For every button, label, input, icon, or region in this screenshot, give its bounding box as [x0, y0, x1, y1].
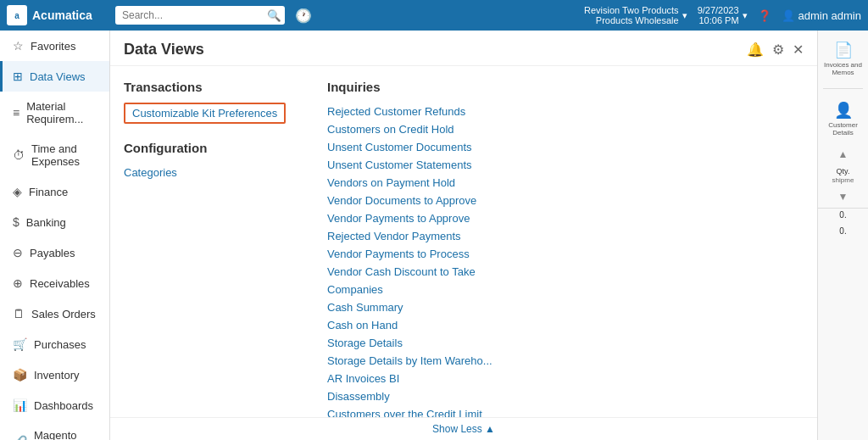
customer-label: CustomerDetails: [828, 121, 858, 136]
sidebar-item-receivables[interactable]: ⊕ Receivables: [0, 268, 109, 298]
revision-line1: Revision Two Products: [584, 5, 679, 15]
invoices-icon: 📄: [834, 41, 853, 59]
show-less-label: Show Less ▲: [432, 423, 495, 435]
inquiries-heading: Inquiries: [327, 80, 497, 94]
top-header: a Acumatica 🔍 🕐 Revision Two Products Pr…: [0, 0, 868, 31]
material-icon: ≡: [13, 106, 19, 120]
vendor-payments-approve-link[interactable]: Vendor Payments to Approve: [327, 209, 497, 227]
rejected-customer-refunds-link[interactable]: Rejected Customer Refunds: [327, 103, 497, 120]
cash-summary-link[interactable]: Cash Summary: [327, 298, 497, 316]
header-right: Revision Two Products Products Wholesale…: [584, 5, 861, 25]
search-input[interactable]: [115, 6, 285, 25]
payables-icon: ⊖: [13, 246, 23, 259]
purchases-icon: 🛒: [13, 337, 27, 351]
acumatica-logo-icon: a: [7, 5, 27, 25]
time-icon: ⏱: [13, 148, 25, 162]
companies-link[interactable]: Companies: [327, 281, 497, 298]
sidebar-item-finance[interactable]: ◈ Finance: [0, 176, 109, 207]
categories-link[interactable]: Categories: [124, 164, 293, 181]
date: 9/27/2023: [698, 5, 739, 15]
configuration-heading: Configuration: [124, 141, 293, 155]
sidebar-item-time-expenses[interactable]: ⏱ Time and Expenses: [0, 134, 109, 176]
invoices-memos-item[interactable]: 📄 Invoices andMemos: [818, 34, 868, 83]
dashboards-icon: 📊: [13, 398, 27, 412]
invoices-label: Invoices andMemos: [824, 61, 862, 76]
disassembly-link[interactable]: Disassembly: [327, 387, 497, 405]
storage-details-link[interactable]: Storage Details: [327, 334, 497, 352]
gear-button[interactable]: ⚙: [772, 42, 784, 58]
customer-details-item[interactable]: 👤 CustomerDetails: [818, 94, 868, 143]
inquiries-column: Inquiries Rejected Customer Refunds Cust…: [327, 80, 497, 420]
panel-body: Transactions Customizable Kit Preference…: [110, 66, 817, 433]
right-panel-divider-1: [823, 88, 863, 89]
sidebar-label-sales-orders: Sales Orders: [31, 308, 96, 320]
clock-icon[interactable]: 🕐: [292, 4, 315, 27]
sidebar-item-magento[interactable]: 🔗 Magento Connector: [0, 421, 109, 440]
customizable-kit-link[interactable]: Customizable Kit Preferences: [124, 103, 286, 124]
vendor-payments-process-link[interactable]: Vendor Payments to Process: [327, 245, 497, 263]
rejected-vendor-payments-link[interactable]: Rejected Vendor Payments: [327, 227, 497, 245]
content-area: Data Views 🔔 ⚙ ✕ Transactions Customizab…: [110, 31, 817, 440]
data-views-icon: ⊞: [13, 70, 23, 83]
user-button[interactable]: 👤 admin admin: [782, 9, 861, 22]
value-row-2: 0.: [818, 225, 868, 237]
receivables-icon: ⊕: [13, 276, 23, 290]
logo-text[interactable]: Acumatica: [32, 8, 92, 22]
revision-info[interactable]: Revision Two Products Products Wholesale…: [584, 5, 687, 25]
sidebar-label-receivables: Receivables: [30, 277, 90, 290]
transactions-heading: Transactions: [124, 80, 293, 94]
sidebar-label-data-views: Data Views: [30, 70, 86, 83]
sidebar-label-material: Material Requirem...: [26, 100, 99, 125]
cash-on-hand-link[interactable]: Cash on Hand: [327, 316, 497, 334]
bell-button[interactable]: 🔔: [747, 42, 764, 58]
finance-icon: ◈: [13, 185, 22, 198]
sidebar-item-material[interactable]: ≡ Material Requirem...: [0, 92, 109, 134]
sidebar-label-dashboards: Dashboards: [34, 399, 93, 412]
magento-icon: 🔗: [13, 435, 27, 440]
sales-orders-icon: 🗒: [13, 307, 25, 320]
sidebar-item-purchases[interactable]: 🛒 Purchases: [0, 329, 109, 359]
user-label: admin admin: [798, 9, 861, 22]
storage-details-item-link[interactable]: Storage Details by Item Wareho...: [327, 352, 497, 370]
right-scroll-down-button[interactable]: ▼: [818, 189, 868, 204]
vendors-payment-hold-link[interactable]: Vendors on Payment Hold: [327, 174, 497, 192]
revision-line2: Products Wholesale: [584, 15, 679, 25]
sidebar-item-favorites[interactable]: ☆ Favorites: [0, 31, 109, 61]
help-button[interactable]: ❓: [758, 9, 771, 22]
sidebar-item-sales-orders[interactable]: 🗒 Sales Orders: [0, 298, 109, 329]
sidebar-label-purchases: Purchases: [34, 338, 86, 351]
unsent-customer-stmts-link[interactable]: Unsent Customer Statements: [327, 156, 497, 174]
sidebar-label-magento: Magento Connector: [34, 429, 99, 440]
sidebar-item-data-views[interactable]: ⊞ Data Views: [0, 61, 109, 92]
datetime-info[interactable]: 9/27/2023 10:06 PM ▾: [698, 5, 748, 25]
right-scroll-up-button[interactable]: ▲: [818, 147, 868, 162]
sidebar: ☆ Favorites ⊞ Data Views ≡ Material Requ…: [0, 31, 110, 440]
revision-chevron: ▾: [682, 10, 687, 21]
customers-credit-hold-link[interactable]: Customers on Credit Hold: [327, 120, 497, 138]
transactions-column: Transactions Customizable Kit Preference…: [124, 80, 293, 420]
panel-title: Data Views: [124, 41, 204, 58]
qty-label: Qty.shipme: [818, 165, 868, 186]
search-button[interactable]: 🔍: [267, 9, 281, 22]
sidebar-label-favorites: Favorites: [31, 40, 75, 53]
inventory-icon: 📦: [13, 368, 27, 382]
user-avatar-icon: 👤: [782, 9, 795, 22]
sidebar-item-inventory[interactable]: 📦 Inventory: [0, 359, 109, 390]
panel-header: Data Views 🔔 ⚙ ✕: [110, 31, 817, 66]
sidebar-label-finance: Finance: [29, 186, 68, 198]
datetime-chevron: ▾: [743, 10, 748, 21]
close-button[interactable]: ✕: [793, 42, 804, 58]
ar-invoices-bi-link[interactable]: AR Invoices BI: [327, 370, 497, 387]
sidebar-item-payables[interactable]: ⊖ Payables: [0, 237, 109, 268]
sidebar-item-banking[interactable]: $ Banking: [0, 207, 109, 237]
sidebar-item-dashboards[interactable]: 📊 Dashboards: [0, 390, 109, 421]
configuration-section: Configuration Categories: [124, 141, 293, 181]
favorites-icon: ☆: [13, 39, 24, 53]
vendor-docs-approve-link[interactable]: Vendor Documents to Approve: [327, 192, 497, 209]
logo-area: a Acumatica: [7, 5, 108, 25]
unsent-customer-docs-link[interactable]: Unsent Customer Documents: [327, 138, 497, 156]
vendor-cash-discount-link[interactable]: Vendor Cash Discount to Take: [327, 263, 497, 281]
value-row-1: 0.: [818, 208, 868, 221]
show-less-bar[interactable]: Show Less ▲: [110, 417, 817, 440]
right-panel: 📄 Invoices andMemos 👤 CustomerDetails ▲ …: [817, 31, 868, 440]
